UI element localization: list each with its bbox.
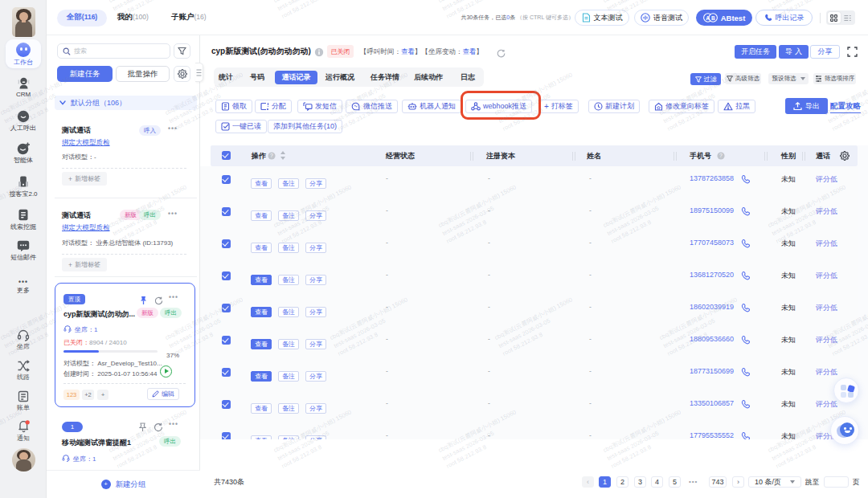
svg-text:?: ? [270,153,273,158]
svg-text:?: ? [719,153,723,158]
svg-text:B: B [711,15,715,21]
svg-text:A: A [706,15,710,21]
